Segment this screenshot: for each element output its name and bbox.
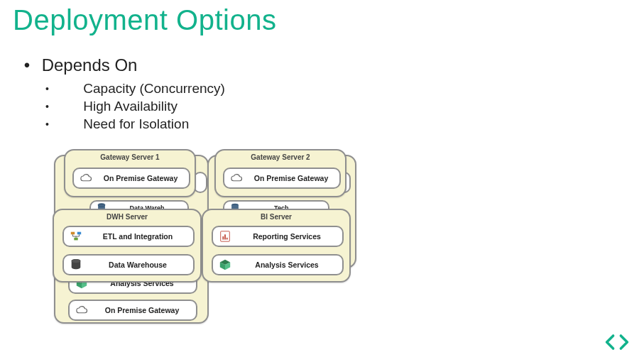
bullet-text: Depends On <box>42 55 138 75</box>
svg-point-10 <box>72 259 81 263</box>
card-gateway-server-1: Gateway Server 1 On Premise Gateway <box>64 149 196 197</box>
card-title: BI Server <box>203 210 349 221</box>
svg-rect-12 <box>222 236 224 240</box>
pill-on-premise-gateway-2: On Premise Gateway <box>223 168 341 189</box>
svg-rect-8 <box>74 238 77 241</box>
sub-bullet-text: High Availability <box>83 99 178 114</box>
card-title: Gateway Server 1 <box>65 150 195 161</box>
cloud-icon <box>75 304 88 317</box>
svg-rect-13 <box>224 234 226 239</box>
bullet-level1: • Depends On <box>17 55 137 75</box>
slide-title: Deployment Options <box>13 4 276 36</box>
svg-rect-6 <box>71 232 75 235</box>
pill-on-premise-gateway-1: On Premise Gateway <box>72 168 190 189</box>
sub-bullet-3: • Need for Isolation <box>45 116 189 132</box>
pill-reporting-services: Reporting Services <box>212 226 344 247</box>
pill-label: ETL and Integration <box>88 232 187 241</box>
bullet-dot: • <box>45 99 80 114</box>
architecture-diagram: Analysis Services On Premise Gateway Gat… <box>50 149 447 341</box>
pill-analysis-services: Analysis Services <box>212 254 344 275</box>
bullet-dot: • <box>45 81 80 97</box>
sub-bullet-1: • Capacity (Concurrency) <box>45 81 225 97</box>
pill-label: Reporting Services <box>237 232 337 241</box>
card-gateway-server-2: Gateway Server 2 On Premise Gateway <box>214 149 346 197</box>
pill-etl-integration: ETL and Integration <box>62 226 195 247</box>
pill-label: Analysis Services <box>237 260 337 269</box>
pill-data-warehouse: Data Warehouse <box>62 254 195 275</box>
pill-label: On Premise Gateway <box>94 306 190 314</box>
card-bi-server: BI Server Reporting Services Analysis Se… <box>202 209 351 283</box>
card-title: DWH Server <box>54 210 200 221</box>
cube-icon <box>219 258 231 271</box>
pill-label: On Premise Gateway <box>249 174 334 182</box>
sub-bullet-2: • High Availability <box>45 99 178 114</box>
svg-rect-14 <box>227 238 228 240</box>
pill-on-premise-gateway-bottom: On Premise Gateway <box>68 300 197 321</box>
slide: Deployment Options • Depends On • Capaci… <box>0 0 644 362</box>
bullet-dot: • <box>17 55 37 75</box>
sub-bullet-text: Need for Isolation <box>83 116 189 132</box>
report-icon <box>219 230 231 243</box>
logo-code-brackets <box>604 332 630 352</box>
sub-bullet-text: Capacity (Concurrency) <box>83 81 225 97</box>
etl-icon <box>70 230 82 243</box>
pill-label: On Premise Gateway <box>98 174 183 182</box>
cloud-icon <box>80 172 92 185</box>
bullet-dot: • <box>45 116 80 132</box>
card-title: Gateway Server 2 <box>216 150 345 161</box>
pill-label: Data Warehouse <box>88 260 187 269</box>
card-dwh-server: DWH Server ETL and Integration Data Ware… <box>53 209 202 283</box>
database-icon <box>70 258 82 271</box>
cloud-icon <box>230 172 243 185</box>
svg-rect-7 <box>77 232 81 235</box>
